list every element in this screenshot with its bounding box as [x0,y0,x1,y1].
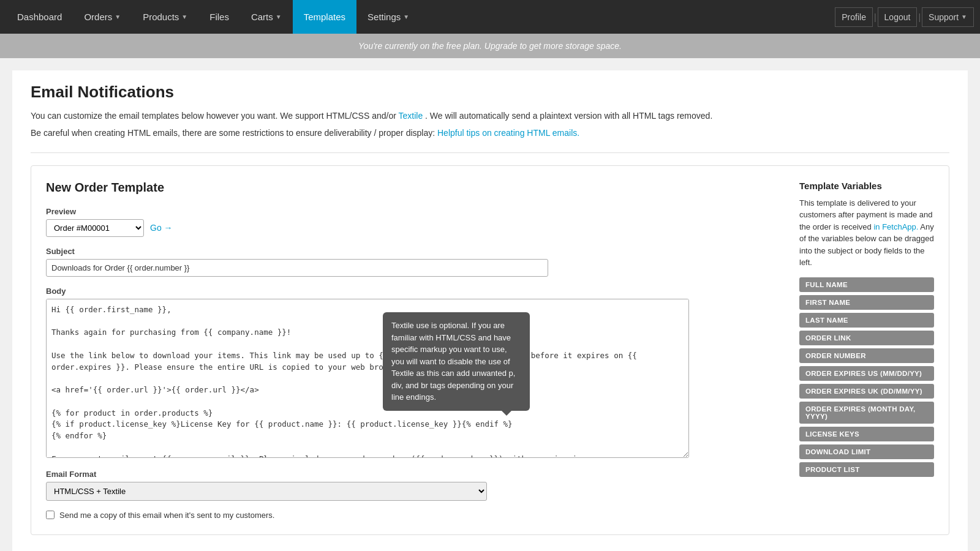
nav-carts[interactable]: Carts ▼ [240,0,293,34]
email-format-label: Email Format [46,470,781,479]
nav-divider-2: | [917,12,922,22]
var-last-name[interactable]: LAST NAME [799,313,934,328]
preview-group: Preview Order #M00001 Order #M00002 Orde… [46,207,781,237]
var-full-name[interactable]: FULL NAME [799,277,934,292]
intro-paragraph-2: Be careful when creating HTML emails, th… [31,126,949,140]
intro-paragraph-1: You can customize the email templates be… [31,109,949,122]
helpful-tips-link[interactable]: Helpful tips on creating HTML emails. [437,128,579,138]
preview-row: Order #M00001 Order #M00002 Order #M0000… [46,219,781,237]
nav-products[interactable]: Products ▼ [132,0,198,34]
var-order-number[interactable]: ORDER NUMBER [799,348,934,363]
subject-group: Subject [46,247,781,277]
subject-label: Subject [46,247,781,256]
textile-link[interactable]: Textile [399,111,423,121]
preview-select[interactable]: Order #M00001 Order #M00002 Order #M0000… [46,219,144,237]
fetchapp-link[interactable]: in FetchApp. [873,222,918,231]
var-license-keys[interactable]: LICENSE KEYS [799,427,934,441]
nav-divider-1: | [873,12,878,22]
copy-checkbox-row: Send me a copy of this email when it's s… [46,511,781,520]
email-format-group: Email Format HTML/CSS + Textile HTML/CSS… [46,470,781,501]
products-dropdown-arrow: ▼ [181,13,187,20]
var-order-expires-uk[interactable]: ORDER EXPIRES UK (DD/MM/YY) [799,384,934,399]
page-title: Email Notifications [31,83,949,102]
upgrade-banner: You're currently on the free plan. Upgra… [0,34,980,58]
settings-dropdown-arrow: ▼ [403,13,409,20]
profile-link[interactable]: Profile [835,7,873,27]
template-title: New Order Template [46,181,781,195]
body-textarea[interactable] [46,299,689,458]
template-card: New Order Template Preview Order #M00001… [31,165,949,535]
nav-dashboard[interactable]: Dashboard [6,0,73,34]
support-dropdown-arrow: ▼ [961,13,967,20]
var-order-link[interactable]: ORDER LINK [799,331,934,345]
body-area-wrapper: Textile use is optional. If you are fami… [46,299,689,460]
nav-files[interactable]: Files [198,0,240,34]
preview-label: Preview [46,207,781,216]
logout-link[interactable]: Logout [878,7,918,27]
nav-templates[interactable]: Templates [293,0,356,34]
nav-orders[interactable]: Orders ▼ [73,0,132,34]
go-link[interactable]: Go → [150,223,173,233]
sidebar-description: This template is delivered to your custo… [799,197,934,269]
navbar: Dashboard Orders ▼ Products ▼ Files Cart… [0,0,980,34]
orders-dropdown-arrow: ▼ [115,13,121,20]
nav-right: Profile | Logout | Support ▼ [835,0,974,34]
var-order-expires-month[interactable]: ORDER EXPIRES (MONTH DAY, YYYY) [799,402,934,424]
var-first-name[interactable]: FIRST NAME [799,295,934,310]
copy-checkbox-label: Send me a copy of this email when it's s… [59,511,274,520]
sidebar-title: Template Variables [799,181,934,191]
email-format-select[interactable]: HTML/CSS + Textile HTML/CSS only Plain t… [46,482,487,501]
carts-dropdown-arrow: ▼ [276,13,282,20]
var-download-limit[interactable]: DOWNLOAD LIMIT [799,444,934,459]
body-label: Body [46,287,781,296]
template-form: New Order Template Preview Order #M00001… [46,181,781,520]
var-order-expires-us[interactable]: ORDER EXPIRES US (MM/DD/YY) [799,366,934,381]
template-sidebar: Template Variables This template is deli… [799,181,934,520]
main-content: Email Notifications You can customize th… [12,70,968,551]
support-link[interactable]: Support ▼ [922,7,974,27]
body-group: Body Textile use is optional. If you are… [46,287,781,460]
subject-input[interactable] [46,259,548,277]
section-divider [31,152,949,153]
var-product-list[interactable]: PRODUCT LIST [799,462,934,477]
copy-checkbox[interactable] [46,511,55,519]
nav-settings[interactable]: Settings ▼ [356,0,420,34]
tooltip-bubble: Textile use is optional. If you are fami… [383,312,530,411]
